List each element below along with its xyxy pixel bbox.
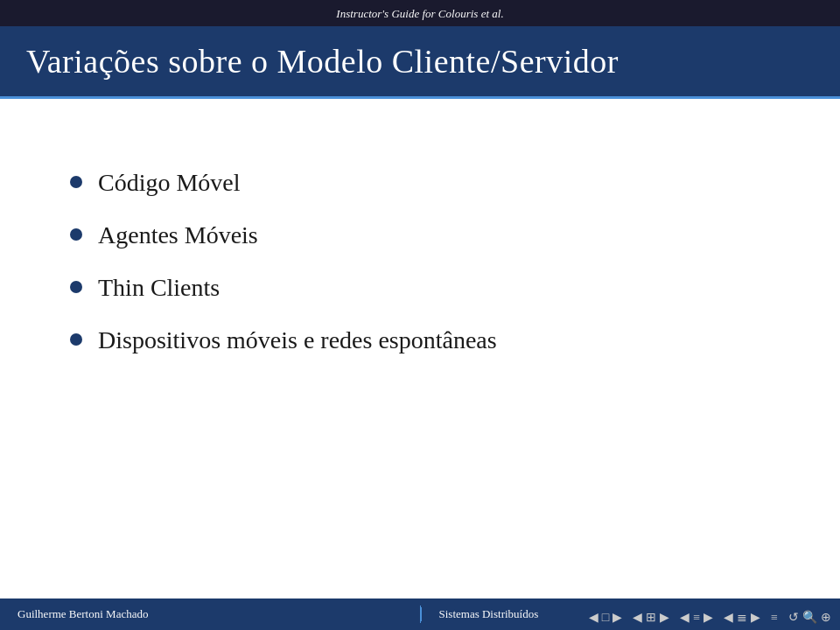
nav-next-icon[interactable]: ▶ — [612, 610, 622, 625]
nav-next4-icon[interactable]: ▶ — [751, 610, 760, 625]
nav-next3-icon[interactable]: ▶ — [704, 610, 713, 625]
bullet-label-1: Código Móvel — [98, 169, 241, 197]
slide-title: Variações sobre o Modelo Cliente/Servido… — [26, 42, 814, 80]
nav-prev3-icon[interactable]: ◀ — [680, 610, 690, 625]
nav-zoom-out-icon[interactable]: 🔍 — [802, 610, 817, 625]
bullet-label-3: Thin Clients — [98, 274, 220, 302]
nav-icons-group: ◀ □ ▶ ◀ ⊞ ▶ ◀ ≡ ▶ ◀ ≣ ▶ ≡ ↺ 🔍 ⊕ — [589, 610, 831, 625]
nav-summary-icon[interactable]: ≡ — [771, 611, 778, 625]
list-item: Código Móvel — [70, 169, 788, 197]
nav-frame-icon[interactable]: □ — [602, 611, 609, 625]
list-item: Thin Clients — [70, 274, 788, 302]
nav-prev2-icon[interactable]: ◀ — [633, 610, 642, 625]
instructor-guide-text: Instructor's Guide for Colouris et al. — [336, 7, 503, 20]
footer-left-text: Guilherme Bertoni Machado — [0, 607, 420, 621]
nav-refresh-icon[interactable]: ↺ — [788, 610, 799, 625]
bullet-dot-4 — [70, 333, 82, 346]
title-section: Variações sobre o Modelo Cliente/Servido… — [0, 26, 840, 99]
nav-prev4-icon[interactable]: ◀ — [724, 610, 733, 625]
list-item: Dispositivos móveis e redes espontâneas — [70, 326, 788, 354]
bullet-dot-1 — [70, 176, 82, 188]
nav-zoom-in-icon[interactable]: ⊕ — [821, 610, 831, 625]
list-item: Agentes Móveis — [70, 221, 788, 249]
bullet-dot-3 — [70, 281, 82, 293]
nav-grid-icon[interactable]: ⊞ — [646, 610, 656, 625]
nav-next2-icon[interactable]: ▶ — [660, 610, 669, 625]
bullet-list: Código Móvel Agentes Móveis Thin Clients… — [70, 169, 788, 354]
nav-prev-icon[interactable]: ◀ — [589, 610, 598, 625]
top-bar: Instructor's Guide for Colouris et al. — [0, 0, 840, 26]
nav-list-icon[interactable]: ≣ — [737, 610, 747, 625]
nav-menu-icon[interactable]: ≡ — [693, 611, 700, 625]
content-area: Código Móvel Agentes Móveis Thin Clients… — [0, 99, 840, 396]
bullet-label-4: Dispositivos móveis e redes espontâneas — [98, 326, 497, 354]
bottom-bar: Guilherme Bertoni Machado Sistemas Distr… — [0, 598, 840, 630]
bullet-label-2: Agentes Móveis — [98, 221, 258, 249]
bullet-dot-2 — [70, 228, 82, 241]
